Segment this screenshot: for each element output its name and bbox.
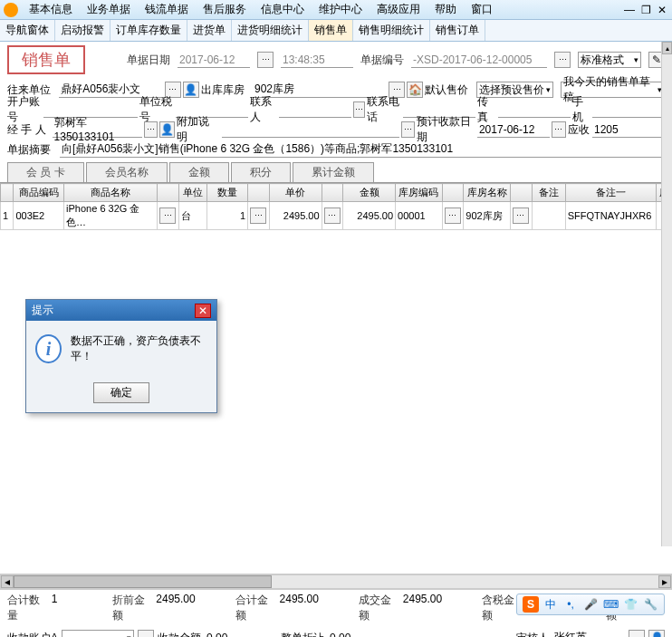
cell-whname[interactable]: 902库房 bbox=[464, 202, 511, 230]
note-field[interactable] bbox=[222, 121, 399, 138]
dialog-close-icon[interactable]: ✕ bbox=[195, 304, 211, 318]
col-whcode-btn bbox=[442, 184, 464, 202]
mobile-field[interactable] bbox=[592, 101, 665, 118]
contact-lookup-icon[interactable]: ⋯ bbox=[353, 101, 365, 118]
scroll-left-icon[interactable]: ◂ bbox=[1, 575, 14, 588]
tab-sales[interactable]: 销售单 bbox=[309, 20, 353, 41]
col-whcode[interactable]: 库房编码 bbox=[396, 184, 443, 202]
scroll-thumb[interactable] bbox=[14, 575, 272, 588]
tab-purchdetail[interactable]: 进货明细统计 bbox=[232, 20, 309, 41]
payacct-dropdown[interactable] bbox=[62, 630, 134, 637]
fax-field[interactable] bbox=[498, 101, 571, 118]
outwh-detail-icon[interactable]: 🏠 bbox=[407, 82, 423, 98]
docno-lookup-icon[interactable]: ⋯ bbox=[554, 52, 571, 68]
expdate-field[interactable]: 2017-06-12 bbox=[477, 121, 550, 138]
handler-field[interactable]: 郭树军1350133101 bbox=[53, 121, 142, 138]
dialog-ok-button[interactable]: 确定 bbox=[93, 382, 149, 403]
auditor-lookup-icon[interactable]: ⋯ bbox=[629, 630, 645, 637]
col-remark1[interactable]: 备注一 bbox=[565, 184, 657, 202]
col-unit[interactable]: 单位 bbox=[178, 184, 206, 202]
ime-settings-icon[interactable]: 🔧 bbox=[642, 596, 658, 613]
restore-icon[interactable]: ❐ bbox=[639, 4, 652, 16]
dialog-titlebar[interactable]: 提示 ✕ bbox=[26, 300, 216, 321]
customer-detail-icon[interactable]: 👤 bbox=[183, 82, 199, 98]
cell-whname-lookup[interactable]: ⋯ bbox=[510, 202, 532, 230]
col-remark[interactable]: 备注 bbox=[532, 184, 565, 202]
ime-skin-icon[interactable]: 👕 bbox=[622, 596, 638, 613]
menu-biz[interactable]: 业务单据 bbox=[80, 0, 138, 19]
cell-price-lookup[interactable]: ⋯ bbox=[322, 202, 343, 230]
subtab-points[interactable]: 积分 bbox=[231, 162, 291, 182]
total-label: 合计金额 bbox=[235, 593, 271, 623]
tab-salesdetail[interactable]: 销售明细统计 bbox=[353, 20, 430, 41]
menu-info[interactable]: 信息中心 bbox=[254, 0, 312, 19]
col-qty[interactable]: 数量 bbox=[206, 184, 247, 202]
items-grid[interactable]: 商品编码 商品名称 单位 数量 单价 金额 库房编码 库房名称 备注 备注一 库… bbox=[0, 183, 672, 230]
table-row[interactable]: 1 003E2 iPhone 6 32G 金色… ⋯ 台 1 ⋯ 2495.00… bbox=[1, 202, 672, 230]
payamt-field[interactable]: 0.00 bbox=[205, 630, 277, 637]
payacct-lookup-icon[interactable]: ⋯ bbox=[138, 630, 154, 637]
minimize-icon[interactable]: — bbox=[623, 4, 636, 16]
cell-name-lookup[interactable]: ⋯ bbox=[158, 202, 179, 230]
menu-help[interactable]: 帮助 bbox=[427, 0, 464, 19]
tab-nav[interactable]: 导航窗体 bbox=[0, 20, 55, 41]
cell-amount[interactable]: 2495.00 bbox=[343, 202, 396, 230]
cell-price[interactable]: 2495.00 bbox=[269, 202, 322, 230]
v-scrollbar[interactable]: ▴ bbox=[661, 42, 672, 546]
tab-salesorder[interactable]: 销售订单 bbox=[430, 20, 485, 41]
cell-unit[interactable]: 台 bbox=[178, 202, 206, 230]
cell-remark1[interactable]: SFFQTNAYJHXR6 bbox=[565, 202, 657, 230]
cell-name[interactable]: iPhone 6 32G 金色… bbox=[64, 202, 158, 230]
menu-maint[interactable]: 维护中心 bbox=[312, 0, 370, 19]
cell-qty-lookup[interactable]: ⋯ bbox=[248, 202, 270, 230]
ime-logo-icon[interactable]: S bbox=[523, 596, 539, 613]
handler-lookup-icon[interactable]: ⋯ bbox=[144, 121, 158, 138]
ime-keyboard-icon[interactable]: ⌨ bbox=[602, 596, 619, 613]
ar-field[interactable]: 1205 bbox=[592, 121, 665, 138]
scroll-right-icon[interactable]: ▸ bbox=[658, 575, 671, 588]
docno-field[interactable]: -XSD-2017-06-12-00005 bbox=[411, 52, 547, 68]
menu-basic[interactable]: 基本信息 bbox=[22, 0, 80, 19]
tab-purchase[interactable]: 进货单 bbox=[187, 20, 232, 41]
ime-toolbar[interactable]: S 中 •, 🎤 ⌨ 👕 🔧 bbox=[516, 594, 665, 615]
subtab-total[interactable]: 累计金额 bbox=[293, 162, 374, 182]
date-field[interactable]: 2017-06-12 bbox=[178, 52, 250, 68]
tab-orderstock[interactable]: 订单库存数量 bbox=[110, 20, 187, 41]
wholedc-field[interactable]: 0.00 bbox=[328, 630, 400, 637]
col-whname[interactable]: 库房名称 bbox=[464, 184, 511, 202]
cell-code[interactable]: 003E2 bbox=[14, 202, 64, 230]
menu-aftersale[interactable]: 售后服务 bbox=[196, 0, 254, 19]
tab-alarm[interactable]: 启动报警 bbox=[55, 20, 110, 41]
note-lookup-icon[interactable]: ⋯ bbox=[401, 121, 416, 138]
ime-punct-icon[interactable]: •, bbox=[562, 596, 579, 613]
col-name[interactable]: 商品名称 bbox=[64, 184, 158, 202]
h-scrollbar[interactable]: ◂ ▸ bbox=[0, 574, 672, 589]
subtab-member[interactable]: 会 员 卡 bbox=[7, 162, 84, 182]
cell-remark[interactable] bbox=[532, 202, 565, 230]
col-amount[interactable]: 金额 bbox=[343, 184, 396, 202]
cell-whcode[interactable]: 00001 bbox=[396, 202, 443, 230]
format-dropdown[interactable]: 标准格式 bbox=[578, 52, 641, 68]
phone-label: 联系电话 bbox=[367, 94, 401, 125]
auditor-field[interactable]: 张红英 bbox=[552, 630, 625, 637]
menu-window[interactable]: 窗口 bbox=[464, 0, 500, 19]
handler-detail-icon[interactable]: 👤 bbox=[159, 121, 175, 138]
col-code[interactable]: 商品编码 bbox=[14, 184, 64, 202]
contact-field[interactable] bbox=[279, 101, 351, 118]
expdate-picker-icon[interactable]: ⋯ bbox=[552, 121, 566, 138]
ime-lang-icon[interactable]: 中 bbox=[542, 596, 559, 613]
scroll-up-icon[interactable]: ▴ bbox=[662, 42, 672, 54]
menu-cash[interactable]: 钱流单据 bbox=[138, 0, 196, 19]
close-icon[interactable]: ✕ bbox=[656, 4, 668, 16]
cell-whcode-lookup[interactable]: ⋯ bbox=[442, 202, 464, 230]
col-price[interactable]: 单价 bbox=[269, 184, 322, 202]
cell-qty[interactable]: 1 bbox=[206, 202, 247, 230]
menu-adv[interactable]: 高级应用 bbox=[370, 0, 427, 19]
ime-mic-icon[interactable]: 🎤 bbox=[582, 596, 599, 613]
auditor-detail-icon[interactable]: 👤 bbox=[648, 630, 665, 637]
subtab-amount[interactable]: 金额 bbox=[169, 162, 229, 182]
date-picker-icon[interactable]: ⋯ bbox=[257, 52, 274, 68]
time-field[interactable]: 13:48:35 bbox=[281, 52, 353, 68]
subtab-membername[interactable]: 会员名称 bbox=[86, 162, 168, 182]
summary-field[interactable]: 向[鼎好A056裴小文]销售(iPhone 6 32G 金色（1586）)等商品… bbox=[60, 141, 665, 158]
